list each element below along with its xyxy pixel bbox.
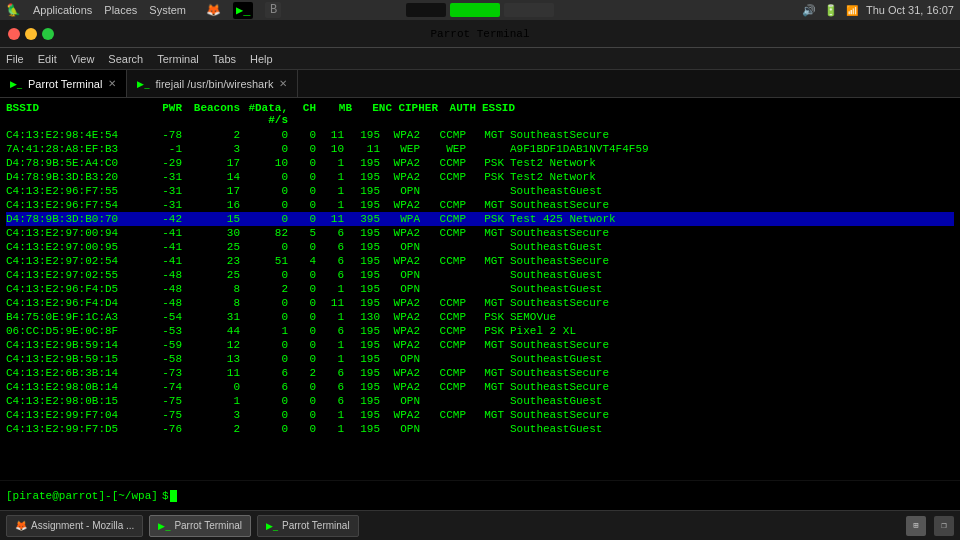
cell-ps: 0 — [294, 156, 322, 170]
cell-cipher — [426, 422, 472, 436]
table-row[interactable]: D4:78:9B:3D:B0:70-42150011395WPACCMPPSKT… — [6, 212, 954, 226]
cell-data: 0 — [246, 268, 294, 282]
minimize-button[interactable] — [25, 28, 37, 40]
cell-data: 0 — [246, 394, 294, 408]
cell-beacons: 3 — [188, 408, 246, 422]
menu-tabs[interactable]: Tabs — [213, 53, 236, 65]
table-row[interactable]: C4:13:E2:96:F4:D4-4880011195WPA2CCMPMGTS… — [6, 296, 954, 310]
places-menu[interactable]: Places — [104, 4, 137, 16]
menu-view[interactable]: View — [71, 53, 95, 65]
cell-cipher: CCMP — [426, 338, 472, 352]
terminal-icon[interactable]: ▶_ — [233, 2, 253, 19]
system-menu[interactable]: System — [149, 4, 186, 16]
taskbar-item-terminal-1[interactable]: ▶_ Parrot Terminal — [149, 515, 251, 537]
table-row[interactable]: C4:13:E2:6B:3B:14-7311626195WPA2CCMPMGTS… — [6, 366, 954, 380]
battery-icon[interactable]: 🔋 — [824, 4, 838, 17]
cell-bssid: C4:13:E2:98:4E:54 — [6, 128, 146, 142]
table-row[interactable]: C4:13:E2:98:4E:54-7820011195WPA2CCMPMGTS… — [6, 128, 954, 142]
tab-2-close[interactable]: ✕ — [279, 78, 287, 89]
menu-edit[interactable]: Edit — [38, 53, 57, 65]
tab-1-close[interactable]: ✕ — [108, 78, 116, 89]
table-row[interactable]: 7A:41:28:A8:EF:B3-13001011WEPWEPA9F1BDF1… — [6, 142, 954, 156]
system-bar-right: 🔊 🔋 📶 Thu Oct 31, 16:07 — [802, 4, 954, 17]
table-row[interactable]: C4:13:E2:96:F7:55-3117001195OPNSoutheast… — [6, 184, 954, 198]
cell-pwr: -75 — [146, 394, 188, 408]
cell-cipher: CCMP — [426, 128, 472, 142]
cell-enc: OPN — [386, 184, 426, 198]
cell-pwr: -75 — [146, 408, 188, 422]
cell-auth — [472, 282, 510, 296]
browser-icon[interactable]: B — [265, 2, 281, 18]
cell-mb: 195 — [350, 422, 386, 436]
table-row[interactable]: C4:13:E2:9B:59:14-5912001195WPA2CCMPMGTS… — [6, 338, 954, 352]
cell-pwr: -58 — [146, 352, 188, 366]
taskbar-item-mozilla[interactable]: 🦊 Assignment - Mozilla ... — [6, 515, 143, 537]
parrot-logo-icon[interactable]: 🦜 — [6, 3, 21, 18]
cell-beacons: 44 — [188, 324, 246, 338]
cell-enc: OPN — [386, 394, 426, 408]
cell-pwr: -53 — [146, 324, 188, 338]
maximize-button[interactable] — [42, 28, 54, 40]
cell-pwr: -1 — [146, 142, 188, 156]
cell-beacons: 13 — [188, 352, 246, 366]
firefox-icon[interactable]: 🦊 — [206, 3, 221, 18]
table-row[interactable]: C4:13:E2:99:F7:04-753001195WPA2CCMPMGTSo… — [6, 408, 954, 422]
cell-auth: PSK — [472, 156, 510, 170]
table-row[interactable]: C4:13:E2:97:02:55-4825006195OPNSoutheast… — [6, 268, 954, 282]
cell-enc: WPA — [386, 212, 426, 226]
table-row[interactable]: C4:13:E2:98:0B:15-751006195OPNSoutheastG… — [6, 394, 954, 408]
cell-pwr: -31 — [146, 170, 188, 184]
taskbar-item-terminal-2[interactable]: ▶_ Parrot Terminal — [257, 515, 359, 537]
cell-pwr: -78 — [146, 128, 188, 142]
cell-ch: 1 — [322, 156, 350, 170]
cell-auth: MGT — [472, 128, 510, 142]
menu-terminal[interactable]: Terminal — [157, 53, 199, 65]
header-enc: ENC — [358, 102, 398, 126]
close-button[interactable] — [8, 28, 20, 40]
table-row[interactable]: C4:13:E2:97:02:54-41235146195WPA2CCMPMGT… — [6, 254, 954, 268]
taskbar-icon-2[interactable]: ❐ — [934, 516, 954, 536]
cell-essid: Test 425 Network — [510, 212, 954, 226]
cell-ch: 6 — [322, 240, 350, 254]
table-row[interactable]: C4:13:E2:98:0B:14-740606195WPA2CCMPMGTSo… — [6, 380, 954, 394]
cell-essid: Pixel 2 XL — [510, 324, 954, 338]
table-row[interactable]: C4:13:E2:99:F7:D5-762001195OPNSoutheastG… — [6, 422, 954, 436]
cell-enc: WPA2 — [386, 408, 426, 422]
table-row[interactable]: D4:78:9B:5E:A4:C0-29171001195WPA2CCMPPSK… — [6, 156, 954, 170]
table-row[interactable]: D4:78:9B:3D:B3:20-3114001195WPA2CCMPPSKT… — [6, 170, 954, 184]
cell-mb: 195 — [350, 198, 386, 212]
menu-help[interactable]: Help — [250, 53, 273, 65]
resource-bar-dark — [406, 3, 446, 17]
menu-search[interactable]: Search — [108, 53, 143, 65]
menu-file[interactable]: File — [6, 53, 24, 65]
cell-enc: WPA2 — [386, 128, 426, 142]
table-row[interactable]: C4:13:E2:97:00:95-4125006195OPNSoutheast… — [6, 240, 954, 254]
cell-bssid: C4:13:E2:97:00:95 — [6, 240, 146, 254]
tab-parrot-terminal[interactable]: ▶_ Parrot Terminal ✕ — [0, 70, 127, 97]
cell-essid: SoutheastSecure — [510, 296, 954, 310]
cell-ch: 1 — [322, 170, 350, 184]
table-row[interactable]: 06:CC:D5:9E:0C:8F-5344106195WPA2CCMPPSKP… — [6, 324, 954, 338]
header-mb: MB — [322, 102, 358, 126]
cell-cipher: CCMP — [426, 324, 472, 338]
resource-bar-dark2 — [504, 3, 554, 17]
cell-data: 0 — [246, 212, 294, 226]
table-row[interactable]: C4:13:E2:96:F7:54-3116001195WPA2CCMPMGTS… — [6, 198, 954, 212]
cell-mb: 195 — [350, 282, 386, 296]
volume-icon[interactable]: 🔊 — [802, 4, 816, 17]
table-row[interactable]: B4:75:0E:9F:1C:A3-5431001130WPA2CCMPPSKS… — [6, 310, 954, 324]
cell-cipher: CCMP — [426, 366, 472, 380]
table-row[interactable]: C4:13:E2:9B:59:15-5813001195OPNSoutheast… — [6, 352, 954, 366]
cell-ch: 1 — [322, 282, 350, 296]
cell-bssid: C4:13:E2:97:00:94 — [6, 226, 146, 240]
cell-pwr: -31 — [146, 198, 188, 212]
table-row[interactable]: C4:13:E2:96:F4:D5-488201195OPNSoutheastG… — [6, 282, 954, 296]
tab-wireshark[interactable]: ▶_ firejail /usr/bin/wireshark ✕ — [127, 70, 298, 97]
taskbar-icon-1[interactable]: ⊞ — [906, 516, 926, 536]
cell-bssid: C4:13:E2:97:02:54 — [6, 254, 146, 268]
applications-menu[interactable]: Applications — [33, 4, 92, 16]
tab-wireshark-icon: ▶_ — [137, 79, 149, 89]
network-icon[interactable]: 📶 — [846, 5, 858, 16]
table-row[interactable]: C4:13:E2:97:00:94-41308256195WPA2CCMPMGT… — [6, 226, 954, 240]
cell-cipher: CCMP — [426, 170, 472, 184]
